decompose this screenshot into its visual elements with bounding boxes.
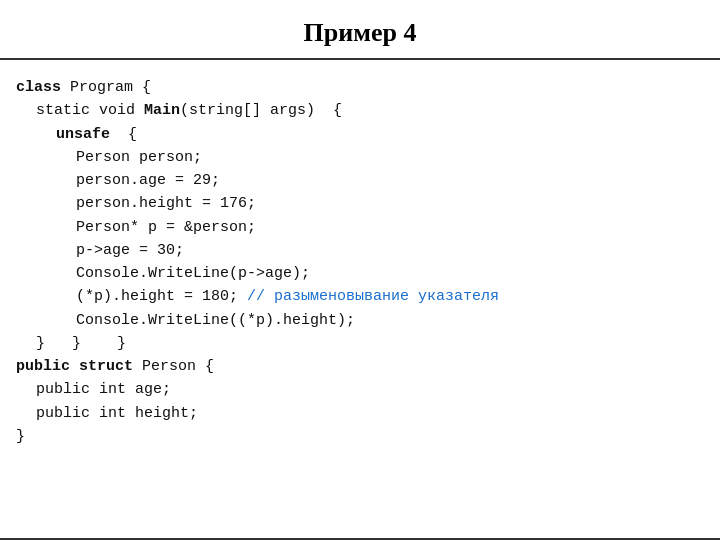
- code-line: Person* p = &person;: [16, 216, 696, 239]
- code-line: p->age = 30;: [16, 239, 696, 262]
- page-title: Пример 4: [304, 18, 417, 47]
- title-section: Пример 4: [0, 0, 720, 60]
- code-line: person.height = 176;: [16, 192, 696, 215]
- code-text-span: Person* p = &person;: [76, 219, 256, 236]
- code-text-span: (string[] args) {: [180, 102, 342, 119]
- code-text-span: } } }: [36, 335, 126, 352]
- code-block: class Program {static void Main(string[]…: [16, 76, 696, 448]
- code-text-span: public int height;: [36, 405, 198, 422]
- code-line: Console.WriteLine(p->age);: [16, 262, 696, 285]
- code-line: public int height;: [16, 402, 696, 425]
- code-text-span: p->age = 30;: [76, 242, 184, 259]
- code-text-span: Person {: [133, 358, 214, 375]
- code-line: public struct Person {: [16, 355, 696, 378]
- code-text-span: }: [16, 428, 25, 445]
- code-text-span: Console.WriteLine(p->age);: [76, 265, 310, 282]
- code-line: }: [16, 425, 696, 448]
- code-line: static void Main(string[] args) {: [16, 99, 696, 122]
- code-line: unsafe {: [16, 123, 696, 146]
- keyword-span: unsafe: [56, 126, 110, 143]
- code-text-span: {: [110, 126, 137, 143]
- code-line: } } }: [16, 332, 696, 355]
- keyword-span: Main: [144, 102, 180, 119]
- page-container: Пример 4 class Program {static void Main…: [0, 0, 720, 540]
- code-text-span: Program {: [61, 79, 151, 96]
- keyword-span: public struct: [16, 358, 133, 375]
- code-line: Console.WriteLine((*p).height);: [16, 309, 696, 332]
- code-text-span: person.age = 29;: [76, 172, 220, 189]
- code-line: class Program {: [16, 76, 696, 99]
- code-line: public int age;: [16, 378, 696, 401]
- code-text-span: Person person;: [76, 149, 202, 166]
- code-text-span: (*p).height = 180;: [76, 288, 247, 305]
- comment-span: // разыменовывание указателя: [247, 288, 499, 305]
- code-text-span: Console.WriteLine((*p).height);: [76, 312, 355, 329]
- code-section: class Program {static void Main(string[]…: [0, 60, 720, 540]
- code-line: person.age = 29;: [16, 169, 696, 192]
- code-text-span: static void: [36, 102, 144, 119]
- code-line: (*p).height = 180; // разыменовывание ук…: [16, 285, 696, 308]
- code-text-span: public int age;: [36, 381, 171, 398]
- code-text-span: person.height = 176;: [76, 195, 256, 212]
- code-line: Person person;: [16, 146, 696, 169]
- keyword-span: class: [16, 79, 61, 96]
